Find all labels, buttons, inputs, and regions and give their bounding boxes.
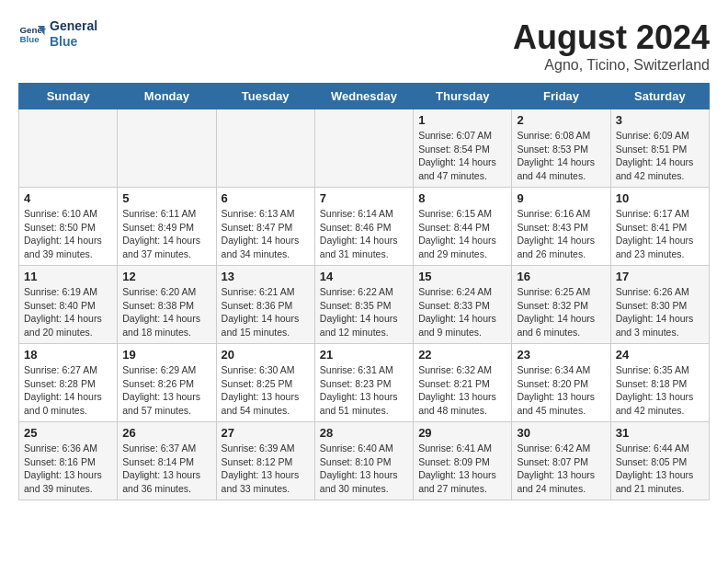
day-info: Sunrise: 6:24 AM Sunset: 8:33 PM Dayligh… <box>418 285 506 339</box>
day-of-week-header: Wednesday <box>314 84 413 109</box>
day-info: Sunrise: 6:36 AM Sunset: 8:16 PM Dayligh… <box>24 442 112 496</box>
day-number: 13 <box>222 270 310 283</box>
calendar-day-cell: 12Sunrise: 6:20 AM Sunset: 8:38 PM Dayli… <box>118 266 216 344</box>
day-of-week-header: Thursday <box>414 84 512 109</box>
day-number: 10 <box>616 191 704 205</box>
day-number: 18 <box>24 348 112 362</box>
calendar-day-cell: 7Sunrise: 6:14 AM Sunset: 8:46 PM Daylig… <box>314 188 413 266</box>
day-number: 28 <box>320 426 408 440</box>
day-number: 27 <box>222 426 310 440</box>
day-number: 14 <box>320 270 408 283</box>
day-info: Sunrise: 6:09 AM Sunset: 8:51 PM Dayligh… <box>616 129 704 183</box>
day-number: 12 <box>122 270 210 283</box>
day-number: 31 <box>616 426 704 440</box>
calendar-week-row: 11Sunrise: 6:19 AM Sunset: 8:40 PM Dayli… <box>19 266 710 344</box>
day-info: Sunrise: 6:07 AM Sunset: 8:54 PM Dayligh… <box>418 129 506 183</box>
day-number: 26 <box>122 426 210 440</box>
calendar-day-cell: 5Sunrise: 6:11 AM Sunset: 8:49 PM Daylig… <box>118 188 216 266</box>
calendar-week-row: 4Sunrise: 6:10 AM Sunset: 8:50 PM Daylig… <box>19 188 710 266</box>
day-info: Sunrise: 6:21 AM Sunset: 8:36 PM Dayligh… <box>222 285 310 339</box>
calendar-day-cell: 26Sunrise: 6:37 AM Sunset: 8:14 PM Dayli… <box>118 422 216 500</box>
day-info: Sunrise: 6:27 AM Sunset: 8:28 PM Dayligh… <box>24 363 112 418</box>
day-number: 20 <box>222 348 310 362</box>
calendar-day-cell: 3Sunrise: 6:09 AM Sunset: 8:51 PM Daylig… <box>610 109 709 188</box>
day-number: 5 <box>122 191 210 205</box>
day-number: 30 <box>517 426 605 440</box>
day-of-week-header: Sunday <box>19 84 118 109</box>
day-number: 15 <box>418 270 506 283</box>
day-number: 1 <box>418 113 506 127</box>
month-year-title: August 2024 <box>513 18 710 57</box>
day-number: 9 <box>517 191 605 205</box>
calendar-day-cell: 27Sunrise: 6:39 AM Sunset: 8:12 PM Dayli… <box>216 422 314 500</box>
day-number: 6 <box>222 191 310 205</box>
day-info: Sunrise: 6:08 AM Sunset: 8:53 PM Dayligh… <box>517 129 605 183</box>
day-number: 19 <box>122 348 210 362</box>
day-info: Sunrise: 6:32 AM Sunset: 8:21 PM Dayligh… <box>418 363 506 418</box>
day-number: 7 <box>320 191 408 205</box>
day-info: Sunrise: 6:35 AM Sunset: 8:18 PM Dayligh… <box>616 363 704 418</box>
day-info: Sunrise: 6:31 AM Sunset: 8:23 PM Dayligh… <box>320 363 408 418</box>
day-info: Sunrise: 6:10 AM Sunset: 8:50 PM Dayligh… <box>24 207 112 261</box>
calendar-day-cell: 20Sunrise: 6:30 AM Sunset: 8:25 PM Dayli… <box>216 344 314 422</box>
day-of-week-header: Saturday <box>610 84 709 109</box>
calendar-day-cell: 13Sunrise: 6:21 AM Sunset: 8:36 PM Dayli… <box>216 266 314 344</box>
calendar-day-cell: 6Sunrise: 6:13 AM Sunset: 8:47 PM Daylig… <box>216 188 314 266</box>
calendar-day-cell: 28Sunrise: 6:40 AM Sunset: 8:10 PM Dayli… <box>314 422 413 500</box>
day-number: 29 <box>418 426 506 440</box>
day-info: Sunrise: 6:39 AM Sunset: 8:12 PM Dayligh… <box>222 442 310 496</box>
day-info: Sunrise: 6:42 AM Sunset: 8:07 PM Dayligh… <box>517 442 605 496</box>
logo-line1: General <box>50 18 97 34</box>
logo-icon: General Blue <box>18 20 46 48</box>
day-info: Sunrise: 6:16 AM Sunset: 8:43 PM Dayligh… <box>517 207 605 261</box>
header-row: SundayMondayTuesdayWednesdayThursdayFrid… <box>19 84 710 109</box>
calendar-day-cell: 19Sunrise: 6:29 AM Sunset: 8:26 PM Dayli… <box>118 344 216 422</box>
day-info: Sunrise: 6:22 AM Sunset: 8:35 PM Dayligh… <box>320 285 408 339</box>
title-area: August 2024 Agno, Ticino, Switzerland <box>513 18 710 74</box>
day-number: 8 <box>418 191 506 205</box>
day-info: Sunrise: 6:13 AM Sunset: 8:47 PM Dayligh… <box>222 207 310 261</box>
calendar-week-row: 1Sunrise: 6:07 AM Sunset: 8:54 PM Daylig… <box>19 109 710 188</box>
day-info: Sunrise: 6:14 AM Sunset: 8:46 PM Dayligh… <box>320 207 408 261</box>
calendar-day-cell: 29Sunrise: 6:41 AM Sunset: 8:09 PM Dayli… <box>414 422 512 500</box>
calendar-header: SundayMondayTuesdayWednesdayThursdayFrid… <box>19 84 710 109</box>
day-number: 2 <box>517 113 605 127</box>
calendar-day-cell: 2Sunrise: 6:08 AM Sunset: 8:53 PM Daylig… <box>512 109 610 188</box>
day-of-week-header: Monday <box>118 84 216 109</box>
calendar-day-cell: 31Sunrise: 6:44 AM Sunset: 8:05 PM Dayli… <box>610 422 709 500</box>
calendar-day-cell: 24Sunrise: 6:35 AM Sunset: 8:18 PM Dayli… <box>610 344 709 422</box>
calendar-table: SundayMondayTuesdayWednesdayThursdayFrid… <box>18 83 710 500</box>
calendar-day-cell: 14Sunrise: 6:22 AM Sunset: 8:35 PM Dayli… <box>314 266 413 344</box>
logo: General Blue General Blue <box>18 18 97 50</box>
day-info: Sunrise: 6:37 AM Sunset: 8:14 PM Dayligh… <box>122 442 210 496</box>
day-info: Sunrise: 6:26 AM Sunset: 8:30 PM Dayligh… <box>616 285 704 339</box>
day-info: Sunrise: 6:25 AM Sunset: 8:32 PM Dayligh… <box>517 285 605 339</box>
calendar-week-row: 18Sunrise: 6:27 AM Sunset: 8:28 PM Dayli… <box>19 344 710 422</box>
logo-line2: Blue <box>50 34 97 50</box>
calendar-day-cell: 10Sunrise: 6:17 AM Sunset: 8:41 PM Dayli… <box>610 188 709 266</box>
calendar-day-cell: 22Sunrise: 6:32 AM Sunset: 8:21 PM Dayli… <box>414 344 512 422</box>
day-of-week-header: Friday <box>512 84 610 109</box>
day-number: 24 <box>616 348 704 362</box>
calendar-day-cell: 9Sunrise: 6:16 AM Sunset: 8:43 PM Daylig… <box>512 188 610 266</box>
calendar-day-cell <box>118 109 216 188</box>
calendar-day-cell <box>314 109 413 188</box>
day-info: Sunrise: 6:17 AM Sunset: 8:41 PM Dayligh… <box>616 207 704 261</box>
calendar-day-cell <box>216 109 314 188</box>
page-header: General Blue General Blue August 2024 Ag… <box>18 18 710 74</box>
calendar-day-cell: 25Sunrise: 6:36 AM Sunset: 8:16 PM Dayli… <box>19 422 118 500</box>
day-number: 3 <box>616 113 704 127</box>
calendar-day-cell <box>19 109 118 188</box>
day-number: 17 <box>616 270 704 283</box>
calendar-day-cell: 18Sunrise: 6:27 AM Sunset: 8:28 PM Dayli… <box>19 344 118 422</box>
day-of-week-header: Tuesday <box>216 84 314 109</box>
day-info: Sunrise: 6:44 AM Sunset: 8:05 PM Dayligh… <box>616 442 704 496</box>
day-info: Sunrise: 6:19 AM Sunset: 8:40 PM Dayligh… <box>24 285 112 339</box>
calendar-week-row: 25Sunrise: 6:36 AM Sunset: 8:16 PM Dayli… <box>19 422 710 500</box>
day-info: Sunrise: 6:34 AM Sunset: 8:20 PM Dayligh… <box>517 363 605 418</box>
day-number: 21 <box>320 348 408 362</box>
day-number: 23 <box>517 348 605 362</box>
day-number: 25 <box>24 426 112 440</box>
calendar-day-cell: 11Sunrise: 6:19 AM Sunset: 8:40 PM Dayli… <box>19 266 118 344</box>
day-info: Sunrise: 6:11 AM Sunset: 8:49 PM Dayligh… <box>122 207 210 261</box>
